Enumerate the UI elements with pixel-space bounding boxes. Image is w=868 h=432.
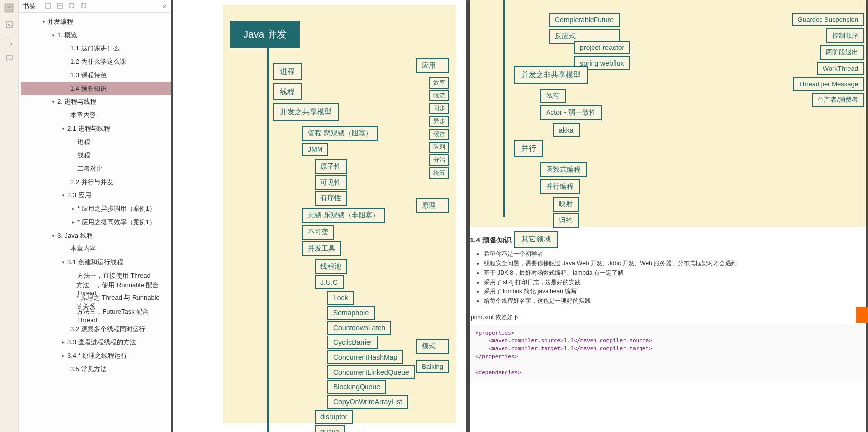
mindmap-node: 私有 bbox=[540, 89, 566, 103]
svg-rect-4 bbox=[6, 22, 12, 28]
caret-icon[interactable] bbox=[60, 126, 66, 131]
mindmap-node: 异步 bbox=[429, 116, 449, 127]
caret-icon[interactable] bbox=[50, 33, 56, 38]
caret-icon[interactable] bbox=[50, 233, 56, 238]
mindmap-node: 有序性 bbox=[315, 191, 347, 206]
mindmap-node: 进程 bbox=[273, 63, 302, 80]
mindmap-node: akka bbox=[553, 123, 580, 137]
bookmark-item[interactable]: 3.5 常见方法 bbox=[21, 362, 171, 376]
mindmap-node: 生产者/消费者 bbox=[812, 93, 864, 107]
bookmark-item[interactable]: 2.1 进程与线程 bbox=[21, 122, 171, 135]
caret-icon[interactable] bbox=[60, 340, 66, 345]
bookmark-label: 方法三，FutureTask 配合 Thread bbox=[76, 307, 167, 324]
bullet-list: 希望你不是一个初学者线程安全问题，需要你接触过 Java Web 开发、Jdbc… bbox=[470, 250, 863, 305]
mindmap-node: 无锁-乐观锁（非阻塞） bbox=[302, 208, 385, 223]
bookmark-item[interactable]: 方法一，直接使用 Thread bbox=[21, 269, 171, 282]
mindmap-node: 并发之共享模型 bbox=[273, 103, 339, 121]
mindmap-node: 不可变 bbox=[302, 225, 334, 240]
mindmap-left: Java 并发 进程线程并发之共享模型管程-悲观锁（阻塞）JMM原子性可见性有序… bbox=[223, 5, 456, 423]
bookmark-item[interactable]: * 原理之 Thread 与 Runnable 的关系 bbox=[21, 295, 171, 309]
mindmap-node: 效率 bbox=[429, 77, 449, 89]
bookmark-item[interactable]: 1.3 课程特色 bbox=[21, 68, 171, 82]
bookmark-item[interactable]: * 应用之异步调用（案例1） bbox=[21, 202, 171, 215]
mindmap-node: Lock bbox=[327, 291, 354, 305]
node-balking: Balking bbox=[416, 360, 449, 373]
bookmark-tools bbox=[45, 2, 88, 10]
mindmap-node: 同步 bbox=[429, 103, 449, 114]
bookmark-tool-1[interactable] bbox=[45, 2, 52, 10]
bookmark-item[interactable]: 3. Java 线程 bbox=[21, 229, 171, 242]
mindmap-node: JMM bbox=[302, 143, 328, 156]
mindmap-sidecol: 应用 效率限流同步异步缓存队列分治统筹 原理 模式 Balking bbox=[416, 58, 449, 373]
bookmark-item[interactable]: 1. 概览 bbox=[21, 28, 171, 42]
mindmap-node: 缓存 bbox=[429, 129, 449, 140]
bookmark-label: 方法一，直接使用 Thread bbox=[76, 271, 151, 280]
page-right: Guarded Suspension控制顺序两阶段退出WorkThreadThr… bbox=[470, 0, 866, 432]
mindmap-node: 并发之非共享模型 bbox=[514, 66, 588, 84]
mindmap-node: 映射 bbox=[553, 197, 579, 212]
caret-icon[interactable] bbox=[60, 193, 66, 198]
bookmark-item[interactable]: * 应用之提高效率（案例1） bbox=[21, 215, 171, 229]
mindmap-node: 线程 bbox=[273, 83, 302, 100]
bookmark-item[interactable]: 线程 bbox=[21, 148, 171, 162]
bookmark-item[interactable]: 2.2 并行与并发 bbox=[21, 175, 171, 189]
mindmap-node: CompletableFuture bbox=[549, 13, 620, 27]
thumbnail-icon[interactable] bbox=[4, 20, 14, 30]
bullet-item: 线程安全问题，需要你接触过 Java Web 开发、Jdbc 开发、Web 服务… bbox=[484, 259, 863, 268]
bookmark-label: 3.2 观察多个线程同时运行 bbox=[69, 325, 145, 334]
mindmap-node: Guarded Suspension bbox=[792, 13, 864, 26]
bookmark-item[interactable]: 1.4 预备知识 bbox=[21, 82, 171, 95]
bookmark-label: 本章内容 bbox=[69, 111, 96, 120]
bookmark-item[interactable]: 1.1 这门课讲什么 bbox=[21, 42, 171, 55]
bookmark-label: 二者对比 bbox=[76, 164, 103, 173]
bookmark-item[interactable]: 本章内容 bbox=[21, 242, 171, 255]
mindmap-root: Java 并发 bbox=[230, 21, 300, 48]
caret-icon[interactable] bbox=[70, 220, 76, 225]
node-moshi: 模式 bbox=[416, 339, 449, 354]
bookmark-label: * 应用之异步调用（案例1） bbox=[76, 204, 156, 213]
bookmark-item[interactable]: 3.4 * 原理之线程运行 bbox=[21, 349, 171, 362]
bookmark-tool-4[interactable] bbox=[80, 2, 88, 10]
bookmark-tree[interactable]: 并发编程1. 概览1.1 这门课讲什么1.2 为什么学这么课1.3 课程特色1.… bbox=[19, 13, 171, 432]
bookmark-label: 3.3 查看进程线程的方法 bbox=[66, 338, 136, 347]
caret-icon[interactable] bbox=[50, 99, 56, 104]
bookmark-item[interactable]: 1.2 为什么学这么课 bbox=[21, 55, 171, 68]
mindmap-node: 函数式编程 bbox=[540, 162, 587, 177]
bookmark-item[interactable]: 本章内容 bbox=[21, 108, 171, 122]
caret-icon[interactable] bbox=[41, 19, 46, 24]
bookmark-item[interactable]: 2. 进程与线程 bbox=[21, 95, 171, 108]
bookmark-panel: 书签 × 并发编程1. 概览1.1 这门课讲什么1.2 为什么学这么课1.3 课… bbox=[19, 0, 171, 432]
mindmap-node: 并行 bbox=[514, 140, 543, 157]
mindmap-node: ConcurrentHashMap bbox=[327, 350, 403, 364]
bookmark-item[interactable]: 并发编程 bbox=[21, 15, 171, 28]
bookmark-tool-3[interactable] bbox=[68, 2, 76, 10]
bookmark-tool-2[interactable] bbox=[56, 2, 64, 10]
attachment-icon[interactable] bbox=[4, 37, 14, 47]
bookmark-item[interactable]: 2.3 应用 bbox=[21, 189, 171, 202]
mindmap-node: Thread per Message bbox=[793, 77, 864, 91]
comment-icon[interactable] bbox=[4, 53, 14, 63]
brand-badge bbox=[856, 307, 868, 323]
close-icon[interactable]: × bbox=[163, 2, 167, 10]
mindmap-node: CyclicBarrier bbox=[327, 336, 378, 349]
bookmark-item[interactable]: 3.1 创建和运行线程 bbox=[21, 255, 171, 269]
bookmark-item[interactable]: 进程 bbox=[21, 135, 171, 148]
caret-icon[interactable] bbox=[70, 206, 76, 211]
mindmap-node: WorkThread bbox=[817, 62, 864, 75]
bookmark-item[interactable]: 方法三，FutureTask 配合 Thread bbox=[21, 309, 171, 322]
svg-rect-5 bbox=[46, 3, 50, 8]
outline-icon[interactable] bbox=[4, 3, 14, 13]
bullet-item: 采用了 lombok 简化 java bean 编写 bbox=[484, 288, 863, 296]
mindmap-node: CopyOnWriteArrayList bbox=[327, 395, 408, 409]
mindmap-node: 线程池 bbox=[315, 259, 347, 274]
caret-icon[interactable] bbox=[60, 353, 66, 358]
mindmap-node: BlockingQueue bbox=[327, 380, 386, 394]
bookmark-label: 1. 概览 bbox=[56, 31, 77, 40]
content-section: 1.4 预备知识 希望你不是一个初学者线程安全问题，需要你接触过 Java We… bbox=[470, 227, 866, 381]
caret-icon[interactable] bbox=[60, 260, 66, 265]
bookmark-item[interactable]: 3.2 观察多个线程同时运行 bbox=[21, 322, 171, 336]
bookmark-item[interactable]: 二者对比 bbox=[21, 162, 171, 175]
mindmap-node: 原子性 bbox=[315, 159, 347, 174]
document-area[interactable]: Java 并发 进程线程并发之共享模型管程-悲观锁（阻塞）JMM原子性可见性有序… bbox=[171, 0, 868, 432]
bookmark-item[interactable]: 3.3 查看进程线程的方法 bbox=[21, 336, 171, 349]
